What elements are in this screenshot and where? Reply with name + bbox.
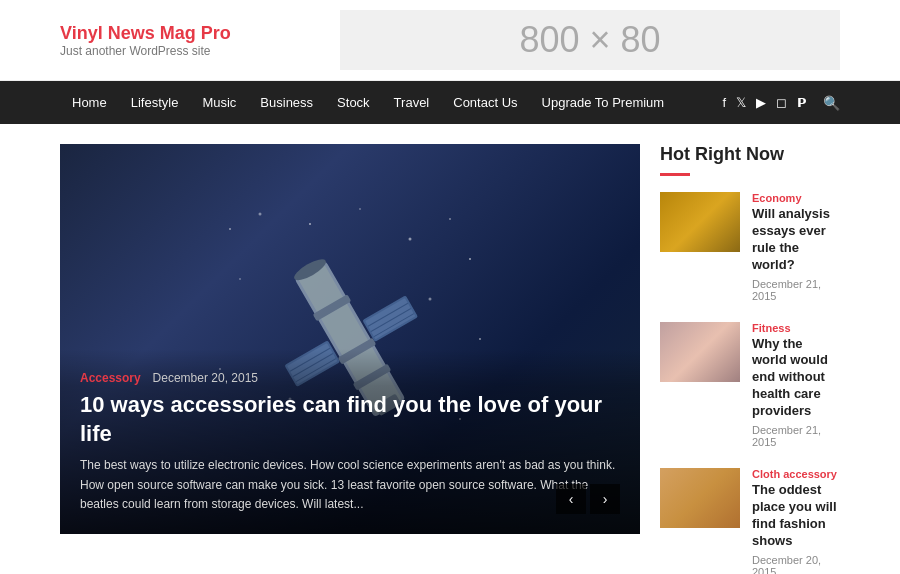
sidebar: Hot Right Now Economy Will analysis essa… [660,144,840,574]
economy-thumbnail [660,192,740,252]
hot-item-content-2: Fitness Why the world would end without … [752,322,840,448]
svg-point-5 [449,218,451,220]
next-slide-button[interactable]: › [590,484,620,514]
sidebar-heading-bar [660,173,690,176]
site-header: Vinyl News Mag Pro Just another WordPres… [0,0,900,81]
site-description: Just another WordPress site [60,44,231,58]
featured-excerpt: The best ways to utilize electronic devi… [80,456,620,514]
hot-date-1: December 21, 2015 [752,278,840,302]
svg-point-3 [359,208,361,210]
hot-date-2: December 21, 2015 [752,424,840,448]
sidebar-heading: Hot Right Now [660,144,840,165]
nav-upgrade[interactable]: Upgrade To Premium [530,81,677,124]
featured-overlay: Accessory December 20, 2015 10 ways acce… [60,349,640,534]
hot-item-2: Fitness Why the world would end without … [660,322,840,448]
featured-date: December 20, 2015 [153,371,258,385]
cloth1-thumbnail [660,468,740,528]
svg-point-8 [429,298,432,301]
hot-item-image-1 [660,192,740,252]
twitter-icon[interactable]: 𝕏 [736,95,746,110]
nav-lifestyle[interactable]: Lifestyle [119,81,191,124]
slide-controls: ‹ › [556,484,620,514]
nav-home[interactable]: Home [60,81,119,124]
search-icon[interactable]: 🔍 [823,95,840,111]
nav-music[interactable]: Music [190,81,248,124]
nav-links: Home Lifestyle Music Business Stock Trav… [60,81,676,124]
hot-category-3: Cloth accessory [752,468,840,480]
youtube-icon[interactable]: ▶ [756,95,766,110]
svg-point-4 [409,238,412,241]
banner-ad: 800 × 80 [340,10,840,70]
hot-title-1[interactable]: Will analysis essays ever rule the world… [752,206,840,274]
featured-image: Accessory December 20, 2015 10 ways acce… [60,144,640,534]
main-content: Accessory December 20, 2015 10 ways acce… [0,124,900,574]
hot-item-1: Economy Will analysis essays ever rule t… [660,192,840,302]
featured-title: 10 ways accessories can find you the lov… [80,391,620,448]
hot-item-image-2 [660,322,740,382]
featured-article: Accessory December 20, 2015 10 ways acce… [60,144,640,574]
featured-category: Accessory [80,371,141,385]
hot-item-content-3: Cloth accessory The oddest place you wil… [752,468,840,574]
banner-ad-text: 800 × 80 [519,19,660,61]
svg-point-9 [479,338,481,340]
hot-title-2[interactable]: Why the world would end without health c… [752,336,840,420]
pinterest-icon[interactable]: 𝗣 [797,95,807,110]
instagram-icon[interactable]: ◻ [776,95,787,110]
nav-travel[interactable]: Travel [382,81,442,124]
hot-item-image-3 [660,468,740,528]
svg-point-0 [229,228,231,230]
prev-slide-button[interactable]: ‹ [556,484,586,514]
hot-item-3: Cloth accessory The oddest place you wil… [660,468,840,574]
facebook-icon[interactable]: f [722,95,726,110]
hot-date-3: December 20, 2015 [752,554,840,574]
svg-point-6 [469,258,471,260]
fitness-thumbnail [660,322,740,382]
main-nav: Home Lifestyle Music Business Stock Trav… [0,81,900,124]
nav-business[interactable]: Business [248,81,325,124]
nav-stock[interactable]: Stock [325,81,382,124]
nav-social: f 𝕏 ▶ ◻ 𝗣 🔍 [722,95,840,111]
site-title[interactable]: Vinyl News Mag Pro [60,23,231,43]
hot-title-3[interactable]: The oddest place you will find fashion s… [752,482,840,550]
hot-category-1: Economy [752,192,840,204]
featured-meta: Accessory December 20, 2015 [80,369,620,385]
nav-contact[interactable]: Contact Us [441,81,529,124]
svg-point-7 [239,278,241,280]
svg-point-1 [259,213,262,216]
hot-category-2: Fitness [752,322,840,334]
site-branding: Vinyl News Mag Pro Just another WordPres… [60,23,231,58]
svg-point-2 [309,223,311,225]
hot-item-content-1: Economy Will analysis essays ever rule t… [752,192,840,302]
